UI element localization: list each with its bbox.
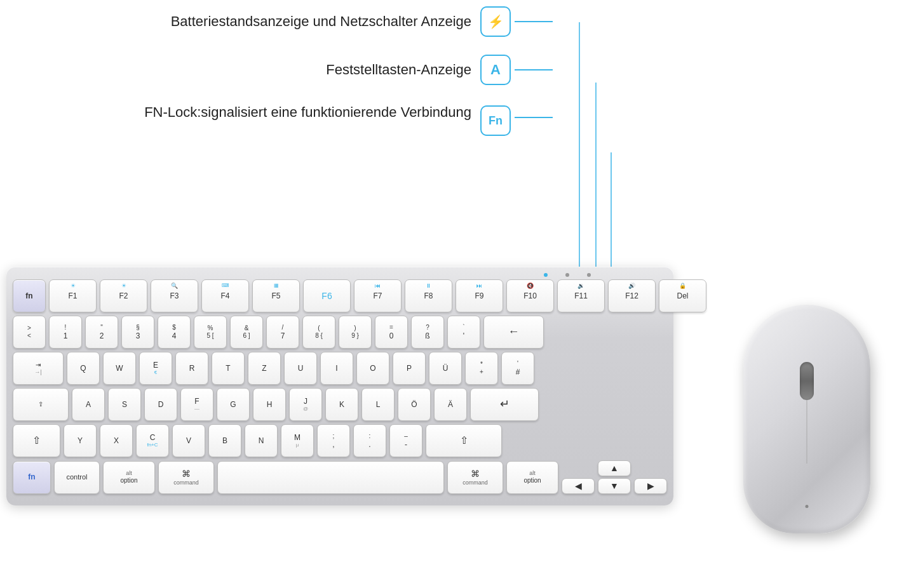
key-minus[interactable]: – - (389, 424, 422, 457)
key-ae[interactable]: Ä (434, 388, 467, 421)
annotation-caps-line (515, 69, 553, 70)
led-caps (565, 273, 569, 277)
key-arrow-left[interactable]: ◀ (562, 478, 595, 494)
key-enter[interactable]: ↵ (470, 388, 539, 421)
arrow-bottom-row: ◀ ▼ ▶ (562, 478, 667, 494)
key-i[interactable]: I (320, 352, 353, 385)
key-c[interactable]: C fn+C (136, 424, 169, 457)
key-del[interactable]: 🔒 Del (659, 279, 706, 312)
key-n[interactable]: N (245, 424, 278, 457)
key-control[interactable]: control (54, 461, 100, 494)
arrow-group: ▲ ◀ ▼ ▶ (562, 460, 667, 494)
caps-badge: A (480, 55, 511, 85)
key-w[interactable]: W (103, 352, 136, 385)
key-f9[interactable]: ⏭ F9 (456, 279, 503, 312)
key-k[interactable]: K (325, 388, 358, 421)
key-shift-right[interactable]: ⇧ (426, 424, 502, 457)
key-j[interactable]: J @ (289, 388, 322, 421)
key-fn-bottom[interactable]: fn (13, 461, 51, 494)
key-8[interactable]: ( 8 { (302, 316, 335, 349)
key-backtick[interactable]: > < (13, 316, 46, 349)
key-command-right[interactable]: ⌘ command (447, 461, 503, 494)
key-acute[interactable]: ` ' (447, 316, 480, 349)
key-ue[interactable]: Ü (429, 352, 462, 385)
asdf-row: ⇪ A S D F — G H J @ K L Ö Ä ↵ (13, 388, 667, 421)
key-f7[interactable]: ⏮ F7 (354, 279, 402, 312)
key-y[interactable]: Y (64, 424, 97, 457)
number-row: > < ! 1 " 2 § 3 $ 4 (13, 316, 667, 349)
key-f10[interactable]: 🔇 F10 (506, 279, 554, 312)
key-t[interactable]: T (212, 352, 245, 385)
function-row: fn ☀ F1 ☀ F2 🔍 F3 ⌨ F4 (13, 279, 667, 312)
key-space[interactable] (217, 461, 444, 494)
annotation-battery-line (515, 21, 553, 22)
key-s[interactable]: S (108, 388, 141, 421)
key-a[interactable]: A (72, 388, 105, 421)
key-f4[interactable]: ⌨ F4 (201, 279, 249, 312)
key-g[interactable]: G (217, 388, 250, 421)
mouse-body (743, 305, 870, 533)
key-l[interactable]: L (361, 388, 395, 421)
annotation-caps-text: Feststelltasten-Anzeige (6, 62, 471, 78)
key-3[interactable]: § 3 (121, 316, 154, 349)
key-shift-left[interactable]: ⇧ (13, 424, 60, 457)
qwerty-row: ⇥ →| Q W E € R T Z U I O P Ü * + (13, 352, 667, 385)
key-o[interactable]: O (356, 352, 389, 385)
annotation-fn-text: FN-Lock:signalisiert eine funktionierend… (6, 103, 471, 123)
key-ss[interactable]: ? ß (411, 316, 444, 349)
key-f12[interactable]: 🔊 F12 (608, 279, 656, 312)
keyboard: fn ☀ F1 ☀ F2 🔍 F3 ⌨ F4 (6, 267, 673, 505)
key-f11[interactable]: 🔉 F11 (557, 279, 605, 312)
key-f8[interactable]: ⏸ F8 (405, 279, 452, 312)
key-6[interactable]: & 6 ] (230, 316, 263, 349)
key-arrow-down[interactable]: ▼ (598, 478, 631, 494)
key-d[interactable]: D (144, 388, 177, 421)
key-option-right[interactable]: alt option (506, 461, 558, 494)
modifier-row: fn control alt option ⌘ command ⌘ comman… (13, 460, 667, 494)
key-arrow-up[interactable]: ▲ (598, 460, 631, 476)
annotations-area: Batteriestandsanzeige und Netzschalter A… (6, 6, 553, 154)
arrow-up-row: ▲ (562, 460, 667, 476)
key-command-left[interactable]: ⌘ command (158, 461, 214, 494)
key-5[interactable]: % 5 [ (194, 316, 227, 349)
key-f2[interactable]: ☀ F2 (100, 279, 147, 312)
key-hash[interactable]: ' # (501, 352, 534, 385)
key-p[interactable]: P (393, 352, 426, 385)
key-arrow-right[interactable]: ▶ (634, 478, 667, 494)
key-f1[interactable]: ☀ F1 (49, 279, 97, 312)
led-battery (544, 273, 548, 277)
key-r[interactable]: R (175, 352, 208, 385)
key-f3[interactable]: 🔍 F3 (151, 279, 198, 312)
key-h[interactable]: H (253, 388, 286, 421)
key-capslock[interactable]: ⇪ (13, 388, 69, 421)
annotation-fn-line (515, 117, 553, 118)
key-tab[interactable]: ⇥ →| (13, 352, 64, 385)
key-escape[interactable]: fn (13, 279, 46, 312)
key-9[interactable]: ) 9 } (339, 316, 372, 349)
key-f5[interactable]: ▦ F5 (252, 279, 300, 312)
key-7[interactable]: / 7 (266, 316, 299, 349)
key-z[interactable]: Z (248, 352, 281, 385)
key-b[interactable]: B (208, 424, 241, 457)
key-x[interactable]: X (100, 424, 133, 457)
key-1[interactable]: ! 1 (49, 316, 82, 349)
mouse-scroll-wheel[interactable] (800, 362, 814, 400)
key-0[interactable]: = 0 (375, 316, 408, 349)
key-comma[interactable]: ; , (317, 424, 350, 457)
key-m[interactable]: M µ (281, 424, 314, 457)
key-e[interactable]: E € (139, 352, 172, 385)
key-4[interactable]: $ 4 (158, 316, 191, 349)
key-f[interactable]: F — (180, 388, 213, 421)
key-u[interactable]: U (284, 352, 317, 385)
key-v[interactable]: V (172, 424, 205, 457)
key-f6[interactable]: F6 (303, 279, 351, 312)
key-option-left[interactable]: alt option (103, 461, 155, 494)
annotation-battery-text: Batteriestandsanzeige und Netzschalter A… (6, 13, 471, 30)
key-period[interactable]: : . (353, 424, 386, 457)
key-2[interactable]: " 2 (85, 316, 118, 349)
key-oe[interactable]: Ö (398, 388, 431, 421)
annotation-fn: FN-Lock:signalisiert eine funktionierend… (6, 103, 553, 136)
key-plus[interactable]: * + (465, 352, 498, 385)
key-backspace[interactable]: ← (483, 316, 544, 349)
key-q[interactable]: Q (67, 352, 100, 385)
